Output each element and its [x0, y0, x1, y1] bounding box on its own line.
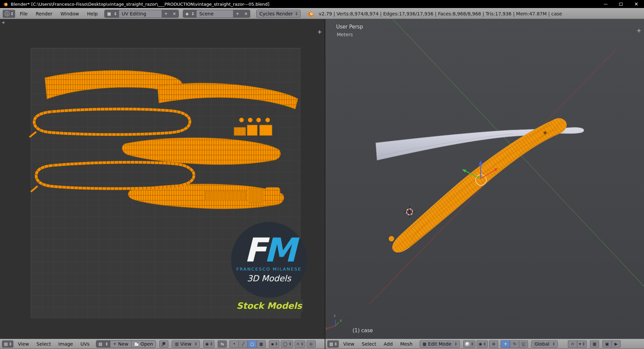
chevron-updown-icon: [9, 342, 11, 346]
info-editor-icon: ⓘ: [5, 11, 9, 16]
scene-name-field[interactable]: Scene: [197, 10, 233, 17]
camera-icon: ▣: [605, 342, 609, 346]
3d-viewport-canvas[interactable]: User Persp Meters (1) case x y z +: [325, 19, 644, 339]
editor-type-button-uv[interactable]: ▤: [2, 340, 13, 348]
menu-render[interactable]: Render: [32, 11, 56, 16]
opengl-render-button[interactable]: ▣: [602, 340, 611, 348]
open-image-button[interactable]: Open: [131, 341, 156, 347]
3d-view-icon: ▧: [329, 342, 333, 346]
watermark-tagline: 3D Models: [247, 274, 291, 283]
watermark-logo: FM FRANCESCO MILANESE 3D Models: [231, 222, 307, 298]
menu-mesh[interactable]: Mesh: [397, 341, 416, 347]
sync-uv-selection-toggle[interactable]: ⇆: [218, 340, 227, 348]
menu-select[interactable]: Select: [34, 341, 54, 347]
info-header: ⓘ File Render Window Help ▦ UV Editing +…: [0, 8, 644, 19]
menu-view[interactable]: View: [340, 341, 357, 347]
maximize-icon: [619, 3, 623, 6]
sticky-selection-dropdown[interactable]: ▪: [269, 340, 279, 348]
view-mode-icon: ▥: [175, 342, 178, 346]
chevron-updown-icon: [11, 12, 13, 15]
uv-canvas[interactable]: ◀ + FM FRANCESCO MILANESE 3D Models Stoc…: [0, 19, 325, 339]
layers-button[interactable]: ▦: [590, 340, 599, 348]
chevron-updown-icon: [114, 12, 116, 15]
image-icon: ▤: [99, 342, 102, 346]
editor-type-button-info[interactable]: ⓘ: [3, 10, 15, 18]
menu-image[interactable]: Image: [55, 341, 76, 347]
delete-scene-button[interactable]: ×: [242, 10, 250, 17]
select-face-button[interactable]: ▢: [248, 340, 257, 348]
maximize-button[interactable]: [613, 0, 629, 8]
pin-image-button[interactable]: [159, 340, 168, 348]
brush-icon: ◎: [309, 342, 313, 346]
browse-layout-button[interactable]: ▦: [105, 10, 119, 17]
close-icon: ×: [634, 2, 639, 7]
new-image-button[interactable]: + New: [110, 341, 131, 347]
menu-window[interactable]: Window: [57, 11, 82, 16]
snap-element-icon: ▾: [579, 342, 581, 346]
minimize-button[interactable]: [598, 0, 613, 8]
uv-editor-header: ▤ View Select Image UVs ▤ + New Open: [0, 339, 325, 349]
watermark-badge: Stock Models: [235, 299, 303, 312]
menu-add[interactable]: Add: [381, 341, 396, 347]
manipulator-scale-button[interactable]: ◱: [519, 340, 528, 348]
menu-help[interactable]: Help: [84, 11, 101, 16]
watermark-name: FRANCESCO MILANESE: [236, 267, 302, 272]
layout-name-field[interactable]: UV Editing: [119, 10, 162, 17]
shading-sphere-icon: [465, 342, 470, 346]
chevron-updown-icon: [296, 12, 298, 15]
proportional-edit-dropdown[interactable]: ◯: [281, 340, 293, 348]
layout-icon: ▦: [107, 12, 111, 16]
blender-logo-icon: [307, 10, 314, 17]
snap-element-dropdown[interactable]: ▾: [577, 340, 587, 348]
magnet-icon: ∩: [297, 342, 300, 346]
window-title: Blender* [C:\Users\Francesco-Fisso\Deskt…: [11, 2, 269, 7]
mode-dropdown[interactable]: ▦ Edit Mode: [420, 340, 460, 348]
select-vertex-button[interactable]: •: [229, 340, 238, 348]
pivot-center-dropdown[interactable]: ◉: [203, 340, 214, 348]
add-scene-button[interactable]: +: [233, 10, 242, 17]
delete-layout-button[interactable]: ×: [170, 10, 178, 17]
opengl-render-anim-button[interactable]: ▶: [611, 340, 621, 348]
chevron-updown-icon: [471, 342, 473, 346]
manipulator-translate-button[interactable]: +: [501, 340, 510, 348]
translate-icon: +: [504, 342, 507, 346]
close-icon: ×: [173, 12, 176, 16]
sync-icon: ⇆: [221, 342, 224, 346]
vertex-icon: •: [233, 342, 235, 346]
chevron-updown-icon: [289, 342, 291, 346]
chevron-updown-icon: [301, 342, 303, 346]
select-island-button[interactable]: ▩: [257, 340, 266, 348]
editor-type-button-3d[interactable]: ▧: [327, 340, 339, 348]
chevron-updown-icon: [192, 12, 194, 15]
editor-mode-dropdown[interactable]: ▥ View: [172, 340, 200, 348]
manipulator-rotate-button[interactable]: ↻: [510, 340, 519, 348]
add-layout-button[interactable]: +: [162, 10, 170, 17]
pivot-hole: [544, 132, 546, 134]
edge-icon: ╱: [242, 342, 245, 346]
menu-select[interactable]: Select: [359, 341, 379, 347]
chevron-updown-icon: [335, 342, 337, 346]
plus-icon: +: [113, 342, 116, 346]
browse-scene-button[interactable]: ◈: [183, 10, 197, 17]
snap-dropdown[interactable]: ∩: [294, 340, 305, 348]
render-engine-dropdown[interactable]: Cycles Render: [256, 10, 301, 18]
clapper-icon: ▶: [614, 342, 618, 346]
viewport-shading-dropdown[interactable]: [463, 340, 475, 348]
chevron-updown-icon: [106, 342, 108, 346]
browse-image-button[interactable]: ▤: [96, 341, 110, 347]
snap-toggle-button[interactable]: ∩: [568, 340, 577, 348]
menu-uvs[interactable]: UVs: [77, 341, 93, 347]
orientation-dropdown[interactable]: Global: [531, 340, 558, 348]
pivot-center-dropdown[interactable]: ◉: [477, 340, 488, 348]
scene-selector: ◈ Scene + ×: [183, 10, 250, 18]
plus-icon: +: [164, 12, 168, 16]
pivot-align-toggle[interactable]: ⊕: [489, 340, 498, 348]
blender-window: Blender* [C:\Users\Francesco-Fisso\Deskt…: [0, 0, 644, 349]
uv-sculpt-button[interactable]: ◎: [307, 340, 316, 348]
menu-view[interactable]: View: [15, 341, 32, 347]
select-edge-button[interactable]: ╱: [238, 340, 248, 348]
scene-statistics: v2.79 | Verts:8,974/8,974 | Edges:17,936…: [319, 11, 562, 16]
menu-file[interactable]: File: [16, 11, 31, 16]
close-button[interactable]: ×: [629, 0, 644, 8]
scene-icon: ◈: [185, 12, 189, 16]
